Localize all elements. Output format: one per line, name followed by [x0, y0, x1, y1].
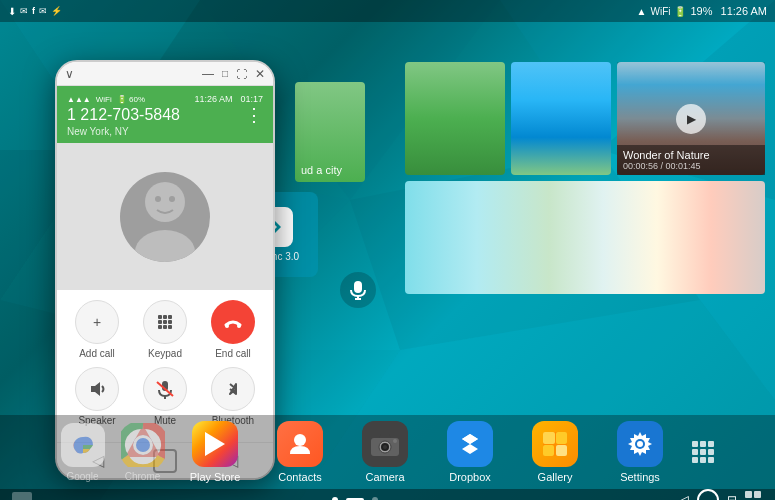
svg-marker-29: [91, 382, 100, 396]
dock-item-playstore[interactable]: Play Store: [173, 415, 258, 489]
weather-city-prompt: ud a city: [301, 164, 342, 176]
svg-point-57: [637, 441, 643, 447]
svg-point-15: [155, 196, 161, 202]
back-nav-button[interactable]: ◁: [678, 492, 689, 500]
svg-rect-67: [745, 491, 752, 498]
svg-rect-53: [543, 445, 554, 456]
fullscreen-icon[interactable]: ⛶: [236, 68, 247, 80]
mic-area: [340, 272, 376, 308]
google-label: Google: [66, 471, 98, 482]
phone-title-bar: ∨ — □ ⛶ ✕: [57, 62, 273, 86]
dock-item-chrome[interactable]: Chrome: [113, 417, 173, 488]
svg-rect-59: [700, 441, 706, 447]
svg-marker-49: [462, 434, 478, 444]
mute-icon: [143, 367, 187, 411]
camera-label: Camera: [365, 471, 404, 483]
svg-point-14: [135, 230, 195, 262]
chrome-icon: [121, 423, 165, 467]
svg-rect-62: [700, 449, 706, 455]
end-call-button[interactable]: End call: [206, 300, 261, 359]
download-icon: ⬇: [8, 6, 16, 17]
apps-grid-nav[interactable]: [745, 491, 763, 500]
video-thumb-green[interactable]: [405, 62, 505, 175]
add-call-button[interactable]: + Add call: [70, 300, 125, 359]
phone-title-bar-controls: — □ ⛶ ✕: [202, 67, 265, 81]
gallery-icon: [532, 421, 578, 467]
videos-area: ▶ Wonder of Nature 00:00:56 / 00:01:45: [405, 62, 765, 302]
svg-rect-63: [708, 449, 714, 455]
svg-text:+: +: [93, 314, 101, 330]
email-icon: ✉: [39, 6, 47, 16]
add-call-icon: +: [75, 300, 119, 344]
speaker-icon: [75, 367, 119, 411]
message-icon: ✉: [20, 6, 28, 16]
svg-rect-51: [543, 432, 555, 444]
google-icon: [61, 423, 105, 467]
svg-rect-19: [163, 315, 167, 319]
video-title: Wonder of Nature: [623, 149, 759, 161]
svg-rect-58: [692, 441, 698, 447]
svg-rect-64: [692, 457, 698, 463]
video-nature-main[interactable]: ▶ Wonder of Nature 00:00:56 / 00:01:45: [617, 62, 765, 175]
folder-button[interactable]: [12, 492, 32, 500]
charging-icon: ⚡: [51, 6, 62, 16]
svg-rect-24: [158, 325, 162, 329]
close-icon[interactable]: ✕: [255, 67, 265, 81]
call-clock: 11:26 AM: [194, 94, 232, 104]
dropbox-icon: [447, 421, 493, 467]
status-bar: ⬇ ✉ f ✉ ⚡ ▲ WiFi 🔋 19% 11:26 AM: [0, 0, 775, 22]
contacts-label: Contacts: [278, 471, 321, 483]
playstore-label: Play Store: [190, 471, 241, 483]
contact-avatar: [120, 172, 210, 262]
svg-rect-28: [237, 324, 241, 328]
home-nav-button[interactable]: [697, 489, 719, 500]
dock-items: Google Chrome: [0, 415, 775, 489]
battery-icon: 🔋: [674, 6, 686, 17]
keypad-icon: [143, 300, 187, 344]
dock-item-dropbox[interactable]: Dropbox: [428, 415, 513, 489]
facebook-icon: f: [32, 6, 35, 16]
call-location: New York, NY: [67, 126, 263, 137]
call-buttons-row-1: + Add call: [63, 300, 267, 359]
keypad-button[interactable]: Keypad: [138, 300, 193, 359]
playstore-icon: [192, 421, 238, 467]
camera-icon: [362, 421, 408, 467]
restore-icon[interactable]: □: [222, 68, 228, 79]
video-thumb-sky[interactable]: [511, 62, 611, 175]
svg-point-13: [145, 182, 185, 222]
dock-item-google[interactable]: Google: [53, 417, 113, 488]
svg-rect-52: [556, 432, 567, 444]
dock-item-contacts[interactable]: Contacts: [258, 415, 343, 489]
svg-rect-33: [354, 281, 362, 293]
dock-item-gallery[interactable]: Gallery: [513, 415, 598, 489]
svg-point-16: [169, 196, 175, 202]
svg-rect-26: [168, 325, 172, 329]
minimize-icon[interactable]: —: [202, 67, 214, 81]
dropbox-label: Dropbox: [449, 471, 491, 483]
video-duration-info: 00:00:56 / 00:01:45: [623, 161, 759, 171]
dock-item-camera[interactable]: Camera: [343, 415, 428, 489]
play-button[interactable]: ▶: [676, 104, 706, 134]
mic-button[interactable]: [340, 272, 376, 308]
dock-item-apps[interactable]: [683, 431, 723, 473]
svg-rect-21: [158, 320, 162, 324]
avatar-area: [57, 143, 273, 290]
svg-rect-18: [158, 315, 162, 319]
video-bottom-large[interactable]: [405, 181, 765, 294]
bottom-nav: ◁ ⊟: [0, 489, 775, 500]
svg-rect-27: [225, 324, 229, 328]
phone-title-chevron[interactable]: ∨: [65, 67, 74, 81]
apps-grid-icon: [688, 437, 718, 467]
svg-rect-60: [708, 441, 714, 447]
svg-rect-22: [163, 320, 167, 324]
clock: 11:26 AM: [721, 5, 767, 17]
chrome-label: Chrome: [125, 471, 161, 482]
video-top-row: ▶ Wonder of Nature 00:00:56 / 00:01:45: [405, 62, 765, 175]
battery-percent: 19%: [690, 5, 712, 17]
bottom-nav-left: [12, 492, 32, 500]
dock-item-settings[interactable]: Settings: [598, 415, 683, 489]
call-more-button[interactable]: ⋮: [245, 104, 263, 126]
call-battery-icon: 🔋 60%: [117, 95, 145, 104]
recent-apps-button[interactable]: ⊟: [727, 493, 737, 500]
contacts-icon: [277, 421, 323, 467]
